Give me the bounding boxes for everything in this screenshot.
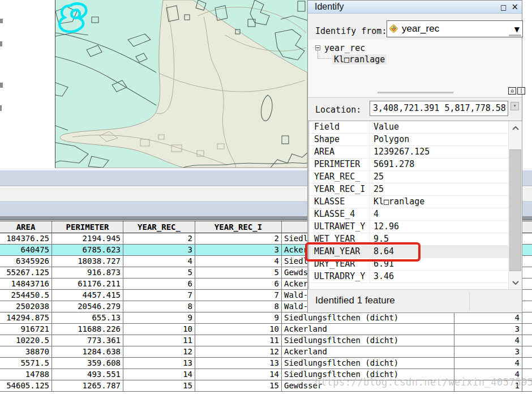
table-cell: 8 — [123, 301, 195, 312]
table-cell: Ackerland — [282, 324, 454, 335]
table-row[interactable]: 5571.5359.6081313Siedlungsfltchen (dicht… — [0, 358, 532, 369]
field-header-row: FieldValue — [309, 121, 508, 134]
table-cell: 15 — [123, 380, 195, 391]
field-row[interactable]: ShapePolygon — [309, 134, 508, 146]
table-cell — [522, 380, 532, 391]
field-value: 4 — [370, 208, 508, 220]
table-cell: 54605.125 — [0, 380, 52, 391]
table-cell: 9 — [123, 312, 195, 323]
field-name: KLASSE_4 — [309, 208, 370, 220]
table-cell: 14 — [123, 369, 195, 380]
table-cell: 5 — [123, 267, 195, 278]
chevron-down-icon[interactable]: ▼ — [514, 25, 520, 33]
table-cell: 9 — [195, 312, 282, 323]
location-input[interactable]: 3,408,721.391 5,817,778.58 — [370, 101, 508, 116]
table-row[interactable]: 91672111688.2261010Ackerland3 — [0, 324, 532, 335]
window-title: Identify — [315, 2, 344, 12]
field-name: ULTRAWET_Y — [309, 221, 370, 233]
collapse-minus-icon[interactable] — [315, 45, 320, 50]
close-button[interactable]: × — [511, 3, 518, 11]
scroll-down-button[interactable] — [509, 276, 522, 289]
header-cell[interactable]: AREA — [0, 221, 52, 233]
table-cell: 1 — [454, 380, 522, 391]
table-row[interactable]: 54605.1251265.7871515Gewdsser1 — [0, 380, 532, 392]
table-cell: 6345926 — [0, 256, 52, 267]
field-row[interactable]: KLASSEKl□ranlage — [309, 196, 508, 208]
map-graphic — [55, 0, 307, 168]
identify-titlebar[interactable]: Identify — [308, 1, 522, 14]
field-row[interactable]: AREA1239267.125 — [309, 146, 508, 159]
table-row[interactable]: 14788493.5511414Siedlungsfltchen (dicht)… — [0, 369, 532, 380]
table-cell: 916721 — [0, 324, 52, 335]
table-cell — [522, 245, 532, 255]
scroll-up-button[interactable] — [509, 121, 522, 135]
combo-grip — [509, 35, 521, 36]
field-name: ULTRADRY_Y — [309, 271, 370, 282]
table-cell: 6 — [123, 279, 195, 289]
table-cell: 8 — [195, 301, 282, 312]
field-name: Shape — [309, 134, 370, 145]
field-name: YEAR_REC_ — [309, 171, 370, 183]
header-cell[interactable] — [522, 221, 532, 233]
field-row[interactable]: YEAR_REC_25 — [309, 171, 508, 183]
field-value: 25 — [370, 171, 508, 183]
table-cell: 6 — [195, 279, 282, 289]
field-name: PERIMETER — [309, 159, 370, 170]
tree-collapse-button[interactable]: ⌂ — [508, 87, 516, 95]
table-cell: 13 — [123, 358, 195, 369]
table-row[interactable]: 14294.875655.1399Siedlungsfltchen (dicht… — [0, 312, 532, 324]
identify-window: Identify □ × Identify from: year_rec ▼ y… — [307, 0, 522, 313]
table-cell: 3 — [123, 245, 195, 255]
table-cell: 4 — [123, 256, 195, 267]
table-cell: 3 — [454, 324, 522, 335]
map-canvas[interactable] — [55, 0, 307, 168]
table-cell: 254450.5 — [0, 290, 52, 301]
table-cell: Ackerland — [282, 346, 454, 357]
tree-scrollbar[interactable] — [377, 92, 453, 93]
header-cell[interactable]: PERIMETER — [52, 221, 123, 233]
table-cell: 2 — [195, 233, 282, 244]
table-cell — [522, 279, 532, 289]
layer-combo[interactable]: year_rec ▼ — [387, 20, 523, 37]
table-cell: 11 — [195, 335, 282, 346]
tree-child-item[interactable]: Kl□ranlage — [332, 54, 387, 65]
table-cell: 14294.875 — [0, 312, 52, 323]
field-row[interactable]: PERIMETER5691.278 — [309, 159, 508, 171]
table-cell: 11 — [123, 335, 195, 346]
chevron-up-icon — [512, 126, 519, 130]
table-cell: 916.873 — [52, 267, 123, 278]
field-value: 12.96 — [370, 221, 508, 233]
table-cell: 1265.787 — [52, 380, 123, 391]
table-cell: 14788 — [0, 369, 52, 380]
field-row[interactable]: KLASSE_44 — [309, 208, 508, 221]
header-cell[interactable]: YEAR_REC_I — [195, 221, 282, 233]
table-cell: 7 — [195, 290, 282, 301]
table-cell: 11688.226 — [52, 324, 123, 335]
table-cell: Siedlungsfltchen (dicht) — [282, 335, 454, 346]
tree-pin-button[interactable]: | — [517, 87, 525, 95]
table-cell: 10 — [123, 324, 195, 335]
table-cell: Siedlungsfltchen (dicht) — [282, 358, 454, 369]
table-cell: 55267.125 — [0, 267, 52, 278]
table-row[interactable]: 10220.5773.3611111Siedlungsfltchen (dich… — [0, 335, 532, 346]
table-cell: 3 — [454, 346, 522, 357]
chevron-down-icon — [512, 281, 519, 285]
toc-fragment — [0, 41, 2, 46]
field-value: Kl□ranlage — [370, 196, 508, 208]
location-options-button[interactable]: ▾ — [510, 102, 519, 110]
toc-fragment — [0, 19, 3, 23]
field-scrollbar[interactable] — [508, 121, 522, 289]
table-row[interactable]: 388701284.6381212Ackerland3 — [0, 346, 532, 358]
scrollbar-thumb[interactable] — [509, 149, 521, 271]
table-cell: 4457.415 — [52, 290, 123, 301]
divider — [308, 97, 522, 98]
field-row[interactable]: YEAR_REC_I25 — [309, 183, 508, 196]
toc-fragment — [0, 83, 3, 88]
table-cell: 4 — [454, 369, 522, 380]
identify-from-label: Identify from: — [315, 26, 387, 36]
field-row[interactable]: ULTRADRY_Y3.46 — [309, 271, 508, 283]
table-cell — [522, 267, 532, 278]
header-cell[interactable]: YEAR_REC_ — [123, 221, 195, 233]
restore-button[interactable]: □ — [500, 4, 507, 11]
field-row[interactable]: ULTRAWET_Y12.96 — [309, 221, 508, 233]
